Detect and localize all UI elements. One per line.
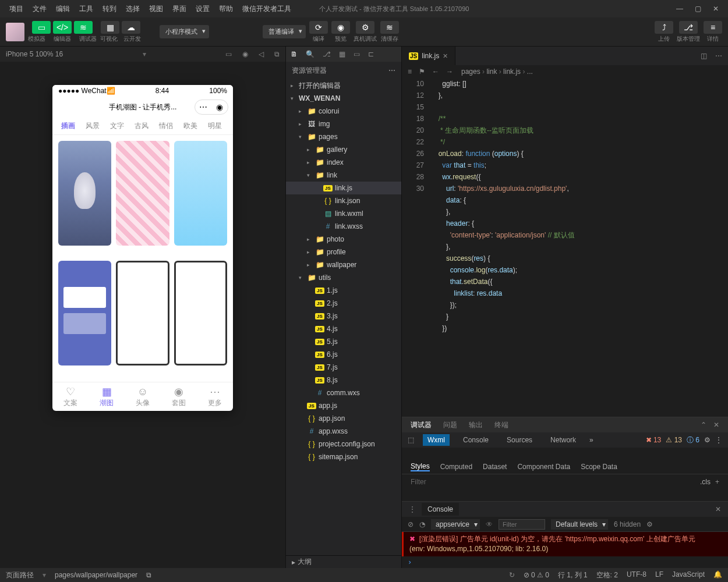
- clear-cache-button[interactable]: ≋: [380, 21, 399, 34]
- back-icon[interactable]: ←: [432, 68, 439, 76]
- tree-item[interactable]: JS5.js: [286, 335, 401, 348]
- styles-tab[interactable]: Styles: [411, 462, 430, 471]
- filter-input[interactable]: Filter: [411, 478, 426, 486]
- nav-item[interactable]: ♡文案: [63, 385, 77, 408]
- project-root[interactable]: ▾WX_WENAN: [286, 92, 401, 105]
- tree-item[interactable]: JSapp.js: [286, 399, 401, 412]
- styles-tab[interactable]: Dataset: [483, 463, 507, 471]
- styles-tab[interactable]: Component Data: [517, 463, 570, 471]
- menu-工具[interactable]: 工具: [75, 4, 98, 14]
- upload-button[interactable]: ⤴: [655, 21, 673, 34]
- split-icon[interactable]: ◫: [701, 52, 707, 60]
- tree-item[interactable]: ▸📁profile: [286, 246, 401, 258]
- category-tab[interactable]: 文字: [110, 121, 124, 131]
- tree-item[interactable]: #link.wxss: [286, 220, 401, 233]
- tree-item[interactable]: JS4.js: [286, 322, 401, 335]
- cloud-button[interactable]: ☁: [122, 21, 140, 34]
- preview-button[interactable]: ◉: [331, 21, 350, 34]
- console-prompt[interactable]: ›: [402, 556, 728, 568]
- explorer-icon[interactable]: 🗎: [291, 50, 298, 58]
- devtools-tab[interactable]: Network: [546, 434, 581, 446]
- menu-界面[interactable]: 界面: [168, 4, 191, 14]
- mode-select[interactable]: 小程序模式: [160, 25, 209, 38]
- context-select[interactable]: appservice: [431, 519, 480, 530]
- wallpaper-item[interactable]: [58, 261, 111, 365]
- tree-item[interactable]: JS2.js: [286, 297, 401, 310]
- close-icon[interactable]: ✕: [711, 5, 720, 13]
- console-filter-input[interactable]: [499, 519, 545, 530]
- maximize-icon[interactable]: ▢: [693, 5, 702, 13]
- code-editor[interactable]: 10121518202226272830 gglist: [] }, /** *…: [402, 78, 728, 417]
- ext3-icon[interactable]: ⊏: [368, 50, 374, 58]
- category-tab[interactable]: 欧美: [183, 121, 197, 131]
- minimize-icon[interactable]: —: [675, 5, 684, 13]
- nav-item[interactable]: ◉套图: [172, 385, 186, 408]
- tree-item[interactable]: ▾📁utils: [286, 271, 401, 284]
- tree-item[interactable]: JS7.js: [286, 361, 401, 374]
- capsule-close-icon[interactable]: ◉: [211, 100, 228, 114]
- tree-item[interactable]: ▸📁index: [286, 156, 401, 169]
- tree-item[interactable]: ▸📁wallpaper: [286, 258, 401, 271]
- devtools-tab[interactable]: Sources: [502, 434, 537, 446]
- tree-item[interactable]: JS1.js: [286, 284, 401, 297]
- devtools-tab[interactable]: Console: [458, 434, 493, 446]
- editor-button[interactable]: </>: [53, 21, 72, 34]
- tree-item[interactable]: #app.wxss: [286, 425, 401, 438]
- outline-section[interactable]: ▸大纲: [286, 555, 401, 568]
- nav-item[interactable]: ☺头像: [136, 386, 150, 408]
- inspect-icon[interactable]: ⬚: [408, 436, 414, 444]
- tree-item[interactable]: ▸📁gallery: [286, 143, 401, 156]
- branch-icon[interactable]: ⎇: [323, 50, 331, 58]
- wallpaper-item[interactable]: [116, 261, 169, 365]
- nav-item[interactable]: ⋯更多: [208, 385, 222, 408]
- tree-item[interactable]: JS8.js: [286, 374, 401, 386]
- menu-编辑[interactable]: 编辑: [51, 4, 75, 14]
- record-icon[interactable]: ◉: [242, 50, 248, 58]
- close-console-icon[interactable]: ✕: [715, 505, 721, 513]
- forward-icon[interactable]: →: [446, 68, 453, 76]
- category-tab[interactable]: 风景: [86, 121, 100, 131]
- compile-select[interactable]: 普通编译: [263, 25, 306, 38]
- wallpaper-item[interactable]: [174, 141, 227, 246]
- menu-帮助[interactable]: 帮助: [214, 4, 238, 14]
- more-icon[interactable]: ⋯: [715, 52, 722, 60]
- gear-icon[interactable]: ⚙: [704, 436, 711, 444]
- tree-item[interactable]: ▸📁photo: [286, 233, 401, 246]
- tree-item[interactable]: ▸🖼img: [286, 118, 401, 130]
- tree-item[interactable]: JSlink.js: [286, 182, 401, 194]
- devtools-tab[interactable]: Wxml: [423, 434, 450, 446]
- wallpaper-item[interactable]: [174, 261, 227, 365]
- avatar[interactable]: [6, 23, 24, 41]
- tree-item[interactable]: ▸📁colorui: [286, 105, 401, 118]
- levels-select[interactable]: Default levels: [551, 519, 608, 530]
- nav-item[interactable]: ▦潮图: [100, 385, 114, 408]
- editor-tab[interactable]: JS link.js ✕: [402, 47, 455, 65]
- styles-tab[interactable]: Scope Data: [581, 463, 617, 471]
- menu-微信开发者工具[interactable]: 微信开发者工具: [238, 4, 296, 14]
- styles-tab[interactable]: Computed: [440, 463, 472, 471]
- gear-icon[interactable]: ⚙: [646, 520, 653, 528]
- compile-button[interactable]: ⟳: [309, 21, 328, 34]
- tree-item[interactable]: { }sitemap.json: [286, 450, 401, 463]
- wallpaper-item[interactable]: [58, 141, 111, 246]
- copy-icon[interactable]: ⧉: [274, 50, 280, 58]
- capsule-menu-icon[interactable]: ⋯: [195, 100, 211, 114]
- remote-debug-button[interactable]: ⚙: [356, 21, 374, 34]
- menu-文件[interactable]: 文件: [28, 4, 51, 14]
- tree-item[interactable]: ▤link.wxml: [286, 207, 401, 220]
- menu-设置[interactable]: 设置: [191, 4, 214, 14]
- warn-count[interactable]: ⊘ 0 ⚠ 0: [524, 571, 549, 579]
- page-path[interactable]: pages/wallpaper/wallpaper: [55, 571, 137, 579]
- chevron-up-icon[interactable]: ⌃: [701, 421, 706, 429]
- tree-item[interactable]: #comm.wxs: [286, 386, 401, 399]
- category-tab[interactable]: 插画: [61, 121, 75, 131]
- tree-item[interactable]: ▾📁pages: [286, 130, 401, 143]
- ext-icon[interactable]: ▦: [339, 50, 345, 58]
- tree-item[interactable]: JS6.js: [286, 348, 401, 361]
- debugger-tab[interactable]: 输出: [469, 420, 483, 430]
- debugger-button[interactable]: ≋: [74, 21, 93, 34]
- mute-icon[interactable]: ◁: [259, 50, 264, 58]
- search-icon[interactable]: 🔍: [306, 50, 314, 58]
- wallpaper-item[interactable]: [116, 141, 169, 246]
- tree-item[interactable]: { }project.config.json: [286, 438, 401, 450]
